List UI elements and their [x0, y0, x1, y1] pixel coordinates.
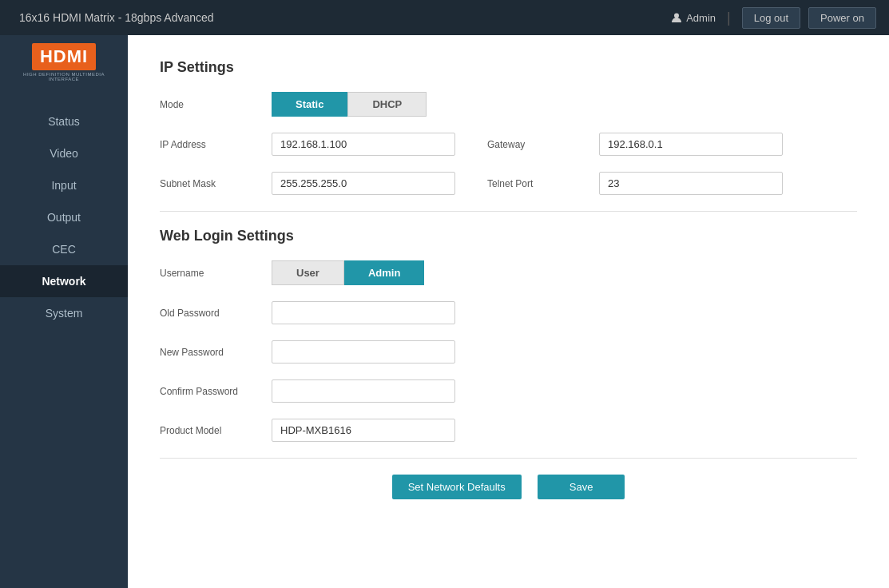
gateway-field: Gateway	[487, 133, 783, 156]
username-group: User Admin	[272, 260, 424, 285]
telnet-port-field: Telnet Port	[487, 172, 783, 195]
username-row: Username User Admin	[160, 260, 857, 285]
sidebar-item-cec-label: CEC	[52, 243, 76, 256]
sidebar-item-network-label: Network	[42, 275, 85, 288]
product-model-input[interactable]	[272, 419, 455, 442]
subnet-mask-field: Subnet Mask	[160, 172, 455, 195]
save-button[interactable]: Save	[538, 475, 625, 499]
static-button[interactable]: Static	[272, 92, 347, 117]
confirm-password-row: Confirm Password	[160, 379, 857, 403]
old-password-input[interactable]	[272, 301, 455, 324]
ip-settings-section: IP Settings Mode Static DHCP IP Address …	[160, 59, 857, 195]
new-password-input[interactable]	[272, 340, 455, 364]
main-layout: HDMI HIGH DEFINITION MULTIMEDIA INTERFAC…	[0, 35, 889, 588]
poweron-button[interactable]: Power on	[808, 7, 876, 29]
product-model-label: Product Model	[160, 425, 272, 436]
topbar-divider: |	[727, 10, 731, 26]
product-model-row: Product Model	[160, 419, 857, 442]
confirm-password-input[interactable]	[272, 379, 455, 403]
sidebar-item-cec[interactable]: CEC	[0, 233, 128, 265]
sidebar-item-video[interactable]: Video	[0, 137, 128, 169]
sidebar: HDMI HIGH DEFINITION MULTIMEDIA INTERFAC…	[0, 35, 128, 588]
logout-button[interactable]: Log out	[742, 7, 800, 29]
old-password-row: Old Password	[160, 301, 857, 324]
hdmi-subtitle: HIGH DEFINITION MULTIMEDIA INTERFACE	[16, 72, 112, 81]
sidebar-item-system-label: System	[46, 307, 83, 320]
subnet-mask-label: Subnet Mask	[160, 178, 272, 189]
set-network-defaults-button[interactable]: Set Network Defaults	[392, 475, 522, 499]
svg-point-0	[674, 14, 679, 18]
action-row: Set Network Defaults Save	[160, 458, 857, 499]
sidebar-nav: Status Video Input Output CEC Network Sy…	[0, 105, 128, 329]
web-login-settings-section: Web Login Settings Username User Admin O…	[160, 228, 857, 442]
new-password-row: New Password	[160, 340, 857, 364]
mode-row: Mode Static DHCP	[160, 92, 857, 117]
telnet-port-input[interactable]	[599, 172, 783, 195]
mode-label: Mode	[160, 99, 272, 110]
sidebar-item-status-label: Status	[48, 115, 80, 128]
sidebar-item-system[interactable]: System	[0, 297, 128, 329]
web-login-settings-title: Web Login Settings	[160, 228, 857, 244]
user-icon	[671, 12, 682, 23]
user-button[interactable]: User	[272, 260, 344, 285]
sidebar-item-status[interactable]: Status	[0, 105, 128, 137]
sidebar-item-video-label: Video	[50, 147, 78, 160]
ip-address-field: IP Address	[160, 133, 455, 156]
ip-gateway-row: IP Address Gateway	[160, 133, 857, 156]
topbar-right: Admin | Log out Power on	[671, 7, 876, 29]
dhcp-button[interactable]: DHCP	[347, 92, 427, 117]
telnet-port-label: Telnet Port	[487, 178, 599, 189]
sidebar-logo: HDMI HIGH DEFINITION MULTIMEDIA INTERFAC…	[16, 43, 112, 81]
confirm-password-label: Confirm Password	[160, 386, 272, 397]
topbar: 16x16 HDMI Matrix - 18gbps Advanced Admi…	[0, 0, 889, 35]
gateway-input[interactable]	[599, 133, 783, 156]
topbar-title: 16x16 HDMI Matrix - 18gbps Advanced	[19, 11, 671, 24]
gateway-label: Gateway	[487, 139, 599, 150]
topbar-user: Admin	[671, 12, 716, 24]
mode-group: Static DHCP	[272, 92, 427, 117]
admin-button[interactable]: Admin	[344, 260, 424, 285]
subnet-mask-input[interactable]	[272, 172, 455, 195]
sidebar-item-input[interactable]: Input	[0, 169, 128, 201]
subnet-telnet-row: Subnet Mask Telnet Port	[160, 172, 857, 195]
ip-address-label: IP Address	[160, 139, 272, 150]
username-label: Username	[160, 268, 272, 279]
sidebar-item-output[interactable]: Output	[0, 201, 128, 233]
sidebar-item-input-label: Input	[51, 179, 76, 192]
section-divider	[160, 211, 857, 212]
content-area: IP Settings Mode Static DHCP IP Address …	[128, 35, 889, 588]
ip-settings-title: IP Settings	[160, 59, 857, 76]
sidebar-item-network[interactable]: Network	[0, 265, 128, 297]
old-password-label: Old Password	[160, 308, 272, 319]
sidebar-item-output-label: Output	[47, 211, 81, 224]
topbar-username: Admin	[686, 12, 716, 24]
new-password-label: New Password	[160, 347, 272, 358]
hdmi-logo: HDMI	[32, 43, 96, 70]
ip-address-input[interactable]	[272, 133, 455, 156]
